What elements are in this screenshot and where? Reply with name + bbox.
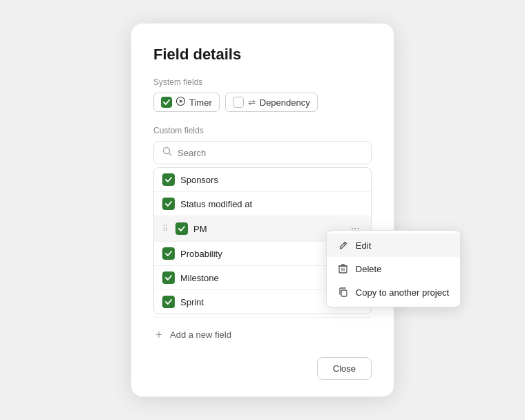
dependency-label: Dependency [260, 97, 310, 108]
custom-fields-label: Custom fields [153, 126, 372, 135]
status-modified-label: Status modified at [180, 199, 252, 209]
dependency-checkbox [233, 97, 244, 108]
svg-marker-1 [180, 99, 183, 103]
field-row-sponsors: Sponsors [154, 168, 371, 192]
sprint-label: Sprint [180, 297, 204, 307]
add-field-label: Add a new field [170, 330, 231, 340]
timer-label: Timer [189, 97, 212, 108]
sponsors-check [162, 173, 175, 186]
search-box [153, 141, 372, 164]
timer-chip[interactable]: Timer [153, 93, 220, 112]
custom-fields-section: Custom fields Sponsors Status modified a… [153, 126, 372, 345]
delete-label: Delete [356, 264, 382, 274]
context-menu: Edit Delete Copy to another project [326, 230, 461, 307]
menu-item-edit[interactable]: Edit [327, 233, 460, 257]
copy-label: Copy to another project [356, 287, 449, 298]
sprint-check [162, 296, 175, 308]
timer-checkbox [161, 97, 172, 108]
add-icon: ＋ [153, 327, 164, 342]
svg-rect-4 [339, 266, 347, 273]
search-icon [162, 146, 172, 159]
pm-check [175, 222, 188, 235]
modal-footer: Close [153, 357, 372, 380]
probability-label: Probability [180, 249, 222, 259]
add-field-row[interactable]: ＋ Add a new field [153, 317, 372, 345]
edit-label: Edit [356, 240, 371, 251]
dependency-chip[interactable]: ⇌ Dependency [225, 93, 318, 112]
probability-check [162, 247, 175, 260]
pm-label: PM [193, 224, 207, 234]
field-details-modal: Field details System fields Timer ⇌ Depe… [131, 23, 394, 397]
edit-icon [338, 240, 349, 251]
milestone-check [162, 271, 175, 284]
svg-rect-8 [341, 290, 347, 296]
timer-play-icon [176, 97, 185, 108]
status-modified-check [162, 198, 175, 210]
dependency-arrows-icon: ⇌ [248, 97, 256, 108]
fields-list: Sponsors Status modified at ⠿ PM ··· [153, 167, 372, 314]
field-row-pm: ⠿ PM ··· Edit [154, 216, 371, 242]
trash-icon [338, 263, 349, 274]
field-row-status-modified: Status modified at [154, 192, 371, 216]
system-fields-label: System fields [153, 77, 372, 87]
menu-item-delete[interactable]: Delete [327, 257, 460, 280]
milestone-label: Milestone [180, 273, 219, 283]
system-fields-row: Timer ⇌ Dependency [153, 93, 372, 112]
svg-line-3 [169, 153, 172, 156]
copy-icon [338, 287, 349, 298]
modal-title: Field details [153, 46, 372, 64]
menu-item-copy[interactable]: Copy to another project [327, 280, 460, 304]
close-button[interactable]: Close [317, 357, 372, 380]
search-input[interactable] [178, 148, 363, 158]
drag-handle-icon[interactable]: ⠿ [162, 224, 169, 233]
sponsors-label: Sponsors [180, 175, 218, 185]
